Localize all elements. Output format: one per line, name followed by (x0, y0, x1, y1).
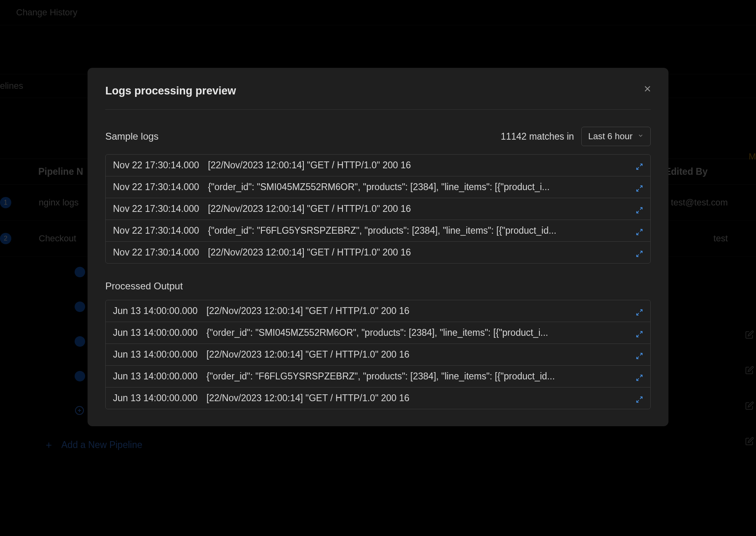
svg-line-18 (637, 313, 639, 315)
log-message: [22/Nov/2023 12:00:14] "GET / HTTP/1.0" … (208, 160, 627, 171)
log-message: [22/Nov/2023 12:00:14] "GET / HTTP/1.0" … (208, 247, 627, 258)
svg-line-16 (637, 254, 639, 256)
expand-button[interactable] (636, 184, 643, 191)
expand-button[interactable] (636, 162, 643, 169)
expand-icon (636, 374, 643, 381)
log-timestamp: Jun 13 14:00:00.000 (113, 306, 198, 316)
svg-line-23 (640, 375, 642, 377)
log-message: {"order_id": "SMI045MZ552RM6OR", "produc… (207, 327, 627, 338)
log-message: {"order_id": "F6FLG5YSRSPZEBRZ", "produc… (207, 371, 627, 382)
log-message: [22/Nov/2023 12:00:14] "GET / HTTP/1.0" … (208, 203, 627, 214)
sample-logs-list: Nov 22 17:30:14.000 [22/Nov/2023 12:00:1… (105, 154, 651, 264)
logs-preview-modal: Logs processing preview Sample logs 1114… (88, 68, 668, 426)
expand-icon (636, 309, 643, 316)
log-row[interactable]: Jun 13 14:00:00.000 {"order_id": "SMI045… (106, 322, 650, 344)
log-timestamp: Nov 22 17:30:14.000 (113, 203, 199, 214)
svg-line-24 (637, 378, 639, 380)
expand-icon (636, 163, 643, 170)
svg-line-8 (637, 167, 639, 169)
close-icon (643, 84, 652, 94)
expand-button[interactable] (636, 329, 643, 337)
log-row[interactable]: Jun 13 14:00:00.000 [22/Nov/2023 12:00:1… (106, 300, 650, 322)
expand-button[interactable] (636, 205, 643, 213)
log-message: [22/Nov/2023 12:00:14] "GET / HTTP/1.0" … (207, 393, 627, 404)
processed-output-header: Processed Output (105, 281, 651, 292)
expand-icon (636, 352, 643, 360)
svg-line-11 (640, 207, 642, 209)
svg-line-10 (637, 189, 639, 191)
log-message: [22/Nov/2023 12:00:14] "GET / HTTP/1.0" … (207, 349, 627, 360)
log-row[interactable]: Nov 22 17:30:14.000 [22/Nov/2023 12:00:1… (106, 155, 650, 176)
expand-icon (636, 185, 643, 192)
log-timestamp: Nov 22 17:30:14.000 (113, 182, 199, 193)
time-range-label: Last 6 hour (588, 131, 633, 142)
svg-line-19 (640, 331, 642, 333)
log-row[interactable]: Jun 13 14:00:00.000 [22/Nov/2023 12:00:1… (106, 387, 650, 409)
sample-logs-title: Sample logs (105, 131, 159, 142)
log-row[interactable]: Jun 13 14:00:00.000 {"order_id": "F6FLG5… (106, 366, 650, 387)
log-row[interactable]: Nov 22 17:30:14.000 {"order_id": "F6FLG5… (106, 220, 650, 242)
expand-button[interactable] (636, 249, 643, 256)
svg-line-15 (640, 251, 642, 253)
chevron-down-icon (637, 132, 644, 140)
time-range-select[interactable]: Last 6 hour (581, 127, 651, 146)
log-timestamp: Nov 22 17:30:14.000 (113, 225, 199, 236)
log-timestamp: Jun 13 14:00:00.000 (113, 371, 198, 382)
svg-line-17 (640, 310, 642, 312)
expand-button[interactable] (636, 227, 643, 234)
log-timestamp: Nov 22 17:30:14.000 (113, 160, 199, 171)
svg-line-21 (640, 353, 642, 355)
expand-button[interactable] (636, 395, 643, 402)
expand-icon (636, 331, 643, 338)
log-timestamp: Nov 22 17:30:14.000 (113, 247, 199, 258)
processed-logs-list: Jun 13 14:00:00.000 [22/Nov/2023 12:00:1… (105, 300, 651, 409)
log-row[interactable]: Nov 22 17:30:14.000 [22/Nov/2023 12:00:1… (106, 242, 650, 263)
expand-icon (636, 396, 643, 403)
processed-output-title: Processed Output (105, 281, 183, 292)
log-message: {"order_id": "SMI045MZ552RM6OR", "produc… (208, 182, 627, 193)
log-timestamp: Jun 13 14:00:00.000 (113, 349, 198, 360)
expand-icon (636, 207, 643, 214)
expand-button[interactable] (636, 308, 643, 315)
log-message: {"order_id": "F6FLG5YSRSPZEBRZ", "produc… (208, 225, 627, 236)
svg-line-13 (640, 229, 642, 231)
svg-line-7 (640, 164, 642, 166)
log-timestamp: Jun 13 14:00:00.000 (113, 393, 198, 404)
log-row[interactable]: Jun 13 14:00:00.000 [22/Nov/2023 12:00:1… (106, 344, 650, 366)
sample-logs-header: Sample logs 11142 matches in Last 6 hour (105, 127, 651, 146)
svg-line-25 (640, 397, 642, 399)
log-message: [22/Nov/2023 12:00:14] "GET / HTTP/1.0" … (207, 306, 627, 316)
modal-overlay[interactable]: Logs processing preview Sample logs 1114… (0, 0, 756, 536)
svg-line-9 (640, 186, 642, 188)
modal-title: Logs processing preview (105, 85, 651, 110)
log-timestamp: Jun 13 14:00:00.000 (113, 327, 198, 338)
expand-icon (636, 228, 643, 236)
close-button[interactable] (643, 84, 652, 94)
log-row[interactable]: Nov 22 17:30:14.000 [22/Nov/2023 12:00:1… (106, 198, 650, 220)
svg-line-20 (637, 335, 639, 337)
expand-button[interactable] (636, 373, 643, 380)
expand-button[interactable] (636, 351, 643, 358)
svg-line-12 (637, 211, 639, 213)
expand-icon (636, 250, 643, 258)
matches-info: 11142 matches in Last 6 hour (501, 127, 651, 146)
svg-line-22 (637, 356, 639, 358)
matches-count: 11142 matches in (501, 131, 574, 142)
log-row[interactable]: Nov 22 17:30:14.000 {"order_id": "SMI045… (106, 176, 650, 198)
svg-line-26 (637, 400, 639, 402)
svg-line-14 (637, 232, 639, 234)
